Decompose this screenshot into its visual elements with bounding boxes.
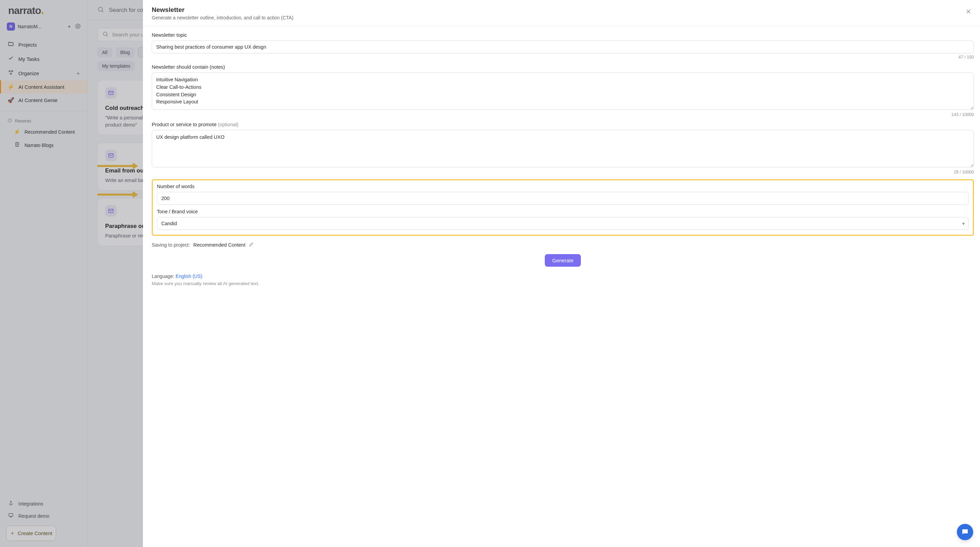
chat-launcher[interactable] (957, 524, 973, 540)
label-words: Number of words (157, 184, 969, 189)
language-row: Language: English (US) (152, 274, 974, 279)
newsletter-modal: Newsletter Generate a newsletter outline… (143, 0, 980, 547)
close-icon (965, 8, 972, 15)
divider (143, 26, 980, 26)
chat-icon (961, 528, 969, 536)
saving-project-name: Recommended Content (193, 242, 245, 248)
close-button[interactable] (964, 7, 973, 16)
generate-row: Generate (152, 254, 974, 267)
char-count-topic: 47 / 150 (152, 55, 974, 59)
label-tone: Tone / Brand voice (157, 209, 969, 214)
label-topic: Newsletter topic (152, 32, 974, 38)
product-textarea[interactable] (152, 130, 974, 167)
language-label: Language: (152, 274, 174, 279)
field-tone: Tone / Brand voice Candid ▾ (157, 209, 969, 230)
words-input[interactable] (157, 192, 969, 205)
language-link[interactable]: English (US) (176, 274, 202, 279)
modal-subtitle: Generate a newsletter outline, introduct… (152, 15, 974, 21)
review-note: Make sure you manually review all AI gen… (152, 281, 974, 286)
field-newsletter-notes: Newsletter should contain (notes) 143 / … (152, 64, 974, 117)
modal-title: Newsletter (152, 6, 974, 14)
highlighted-section: Number of words Tone / Brand voice Candi… (152, 179, 974, 236)
topic-input[interactable] (152, 40, 974, 53)
field-newsletter-topic: Newsletter topic 47 / 150 (152, 32, 974, 59)
label-product: Product or service to promote (optional) (152, 122, 974, 127)
tone-select[interactable]: Candid (157, 217, 969, 230)
generate-button[interactable]: Generate (545, 254, 581, 267)
notes-textarea[interactable] (152, 72, 974, 110)
label-notes: Newsletter should contain (notes) (152, 64, 974, 70)
char-count-product: 29 / 10000 (152, 170, 974, 175)
saving-project-row: Saving to project: Recommended Content (152, 242, 974, 248)
field-product: Product or service to promote (optional)… (152, 122, 974, 175)
char-count-notes: 143 / 10000 (152, 112, 974, 117)
saving-label: Saving to project: (152, 242, 190, 248)
edit-icon[interactable] (249, 242, 254, 248)
field-word-count: Number of words (157, 184, 969, 205)
